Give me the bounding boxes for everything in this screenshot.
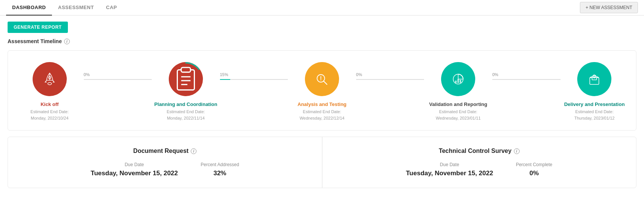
tab-assessment[interactable]: ASSESSMENT	[52, 0, 100, 16]
delivery-date: Estimated End Date: Thursday, 2023/01/12	[574, 109, 614, 121]
svg-rect-17	[457, 79, 459, 83]
timeline-card: Kick off Estimated End Date: Monday, 202…	[8, 50, 636, 131]
planning-circle-wrapper	[169, 62, 203, 96]
technical-control-survey-stats: Due Date Tuesday, November 15, 2022 Perc…	[406, 162, 552, 177]
connector-label-1: 0%	[84, 72, 90, 77]
assessment-timeline-title: Assessment Timeline i	[8, 38, 636, 44]
timeline-row: Kick off Estimated End Date: Monday, 202…	[16, 62, 628, 121]
rocket-icon	[41, 71, 58, 87]
tab-dashboard[interactable]: DASHBOARD	[6, 0, 52, 16]
svg-rect-16	[455, 81, 457, 83]
analysis-date: Estimated End Date: Wednesday, 2022/12/1…	[300, 109, 344, 121]
kickoff-date: Estimated End Date: Monday, 2022/10/24	[30, 109, 69, 121]
tabs-bar: DASHBOARD ASSESSMENT CAP + NEW ASSESSMEN…	[0, 0, 644, 16]
timeline-step-validation: Validation and Reporting Estimated End D…	[424, 62, 492, 121]
connector-4: 0%	[492, 79, 561, 80]
svg-point-12	[320, 79, 321, 80]
document-request-info-icon[interactable]: i	[191, 148, 196, 154]
bottom-section: Document Request i Due Date Tuesday, Nov…	[8, 137, 636, 188]
document-request-percent: Percent Addressed 32%	[201, 162, 239, 177]
technical-control-due-date: Due Date Tuesday, November 15, 2022	[406, 162, 493, 177]
planning-label: Planning and Coordination	[154, 101, 217, 107]
connector-label-2: 15%	[220, 72, 228, 77]
kickoff-label: Kick off	[41, 101, 59, 107]
technical-control-survey-panel: Technical Control Survey i Due Date Tues…	[322, 137, 636, 188]
connector-line-3: 0%	[356, 79, 424, 80]
svg-line-10	[324, 81, 327, 84]
analysis-circle	[305, 62, 339, 96]
timeline-step-analysis: Analysis and Testing Estimated End Date:…	[288, 62, 356, 121]
validation-circle	[441, 62, 475, 96]
technical-control-percent: Percent Complete 0%	[516, 162, 552, 177]
connector-label-4: 0%	[492, 72, 498, 77]
connector-line-1: 0%	[84, 79, 152, 80]
connector-progress-2	[220, 79, 230, 80]
svg-point-0	[48, 83, 52, 85]
assessment-timeline-info-icon[interactable]: i	[64, 39, 70, 44]
document-request-due-date: Due Date Tuesday, November 15, 2022	[91, 162, 178, 177]
search-warning-icon	[314, 71, 330, 87]
delivery-label: Delivery and Presentation	[564, 101, 625, 107]
tab-cap[interactable]: CAP	[100, 0, 123, 16]
document-request-panel: Document Request i Due Date Tuesday, Nov…	[8, 137, 322, 188]
svg-point-8	[170, 63, 202, 95]
svg-rect-18	[460, 80, 461, 83]
analysis-label: Analysis and Testing	[297, 101, 346, 107]
validation-date: Estimated End Date: Wednesday, 2023/01/1…	[436, 109, 481, 121]
document-request-stats: Due Date Tuesday, November 15, 2022 Perc…	[91, 162, 239, 177]
planning-date: Estimated End Date: Monday, 2022/11/14	[166, 109, 205, 121]
connector-2: 15%	[220, 79, 288, 80]
box-icon	[586, 71, 603, 87]
document-request-title: Document Request i	[133, 148, 196, 154]
svg-rect-19	[590, 78, 599, 84]
timeline-step-kickoff: Kick off Estimated End Date: Monday, 202…	[16, 62, 84, 121]
technical-control-survey-title: Technical Control Survey i	[439, 148, 520, 154]
kickoff-circle	[33, 62, 67, 96]
generate-report-button[interactable]: GENERATE REPORT	[8, 22, 68, 33]
connector-line-2: 15%	[220, 79, 288, 80]
connector-line-4: 0%	[492, 79, 561, 80]
main-content: GENERATE REPORT Assessment Timeline i	[0, 16, 644, 204]
connector-1: 0%	[84, 79, 152, 80]
connector-label-3: 0%	[356, 72, 362, 77]
technical-control-survey-info-icon[interactable]: i	[514, 148, 520, 154]
chart-icon	[450, 71, 467, 87]
new-assessment-button[interactable]: + NEW ASSESSMENT	[580, 2, 638, 13]
connector-3: 0%	[356, 79, 424, 80]
timeline-step-planning: Planning and Coordination Estimated End …	[152, 62, 220, 121]
timeline-step-delivery: Delivery and Presentation Estimated End …	[561, 62, 629, 121]
app-container: DASHBOARD ASSESSMENT CAP + NEW ASSESSMEN…	[0, 0, 644, 204]
validation-label: Validation and Reporting	[429, 101, 487, 107]
planning-arc-icon	[169, 62, 203, 96]
delivery-circle	[577, 62, 611, 96]
